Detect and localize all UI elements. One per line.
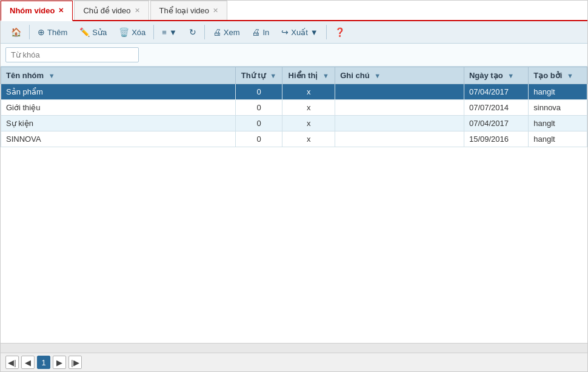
edit-icon: ✏️ xyxy=(79,27,90,37)
col-header-note: Ghi chú ▼ xyxy=(335,67,464,84)
edit-button[interactable]: ✏️ Sửa xyxy=(74,24,112,40)
data-table: Tên nhóm ▼ Thứ tự ▼ Hiển thị ▼ Ghi chú ▼ xyxy=(1,67,587,147)
cell-name: Sản phẩm xyxy=(1,84,236,100)
export-dropdown-icon: ▼ xyxy=(310,28,318,37)
print-button[interactable]: 🖨 In xyxy=(246,24,275,40)
cell-date: 15/09/2016 xyxy=(464,131,528,147)
toolbar-separator-4 xyxy=(326,25,327,39)
cell-date: 07/07/2014 xyxy=(464,100,528,116)
cell-note xyxy=(335,131,464,147)
add-icon: ⊕ xyxy=(38,27,45,37)
filter-order-icon[interactable]: ▼ xyxy=(270,72,276,79)
menu-button[interactable]: ≡ ▼ xyxy=(156,25,182,40)
help-icon: ❓ xyxy=(335,27,345,37)
help-button[interactable]: ❓ xyxy=(329,24,350,40)
cell-date: 07/04/2017 xyxy=(464,116,528,131)
tab-chu-de-video[interactable]: Chủ đề video ✕ xyxy=(74,1,149,20)
export-icon: ↪ xyxy=(281,27,289,37)
tab-nhom-video-close[interactable]: ✕ xyxy=(58,7,64,15)
cell-name: SINNOVA xyxy=(1,131,236,147)
page-first-icon: ◀| xyxy=(8,358,16,367)
cell-order: 0 xyxy=(235,131,282,147)
edit-label: Sửa xyxy=(92,28,107,37)
col-header-creator: Tạo bởi ▼ xyxy=(529,67,587,84)
cell-date: 07/04/2017 xyxy=(464,84,528,100)
refresh-button[interactable]: ↻ xyxy=(184,24,202,40)
filter-date-icon[interactable]: ▼ xyxy=(507,72,514,79)
toolbar-separator-1 xyxy=(29,25,30,39)
tab-chu-de-video-label: Chủ đề video xyxy=(83,6,130,15)
menu-dropdown-icon: ▼ xyxy=(169,28,177,37)
filter-creator-icon[interactable]: ▼ xyxy=(567,72,573,79)
page-prev-button[interactable]: ◀ xyxy=(21,356,35,369)
export-button[interactable]: ↪ Xuất ▼ xyxy=(276,24,323,40)
page-last-button[interactable]: |▶ xyxy=(68,356,82,369)
col-header-date: Ngày tạo ▼ xyxy=(464,67,528,84)
delete-label: Xóa xyxy=(132,28,145,37)
filter-display-icon[interactable]: ▼ xyxy=(322,72,329,79)
export-label: Xuất xyxy=(291,28,308,37)
delete-icon: 🗑️ xyxy=(119,27,129,37)
table-header-row: Tên nhóm ▼ Thứ tự ▼ Hiển thị ▼ Ghi chú ▼ xyxy=(1,67,587,84)
menu-icon: ≡ xyxy=(162,28,167,37)
tab-chu-de-video-close[interactable]: ✕ xyxy=(135,7,140,15)
tab-nhom-video[interactable]: Nhóm video ✕ xyxy=(1,1,73,21)
cell-note xyxy=(335,100,464,116)
refresh-icon: ↻ xyxy=(189,27,196,37)
cell-display: x xyxy=(282,100,335,116)
tab-bar: Nhóm video ✕ Chủ đề video ✕ Thể loại vid… xyxy=(1,1,587,21)
cell-creator: hanglt xyxy=(529,116,587,131)
cell-order: 0 xyxy=(235,84,282,100)
pagination: ◀| ◀ 1 ▶ |▶ xyxy=(1,353,587,371)
table-row[interactable]: Giới thiệu 0 x 07/07/2014 sinnova xyxy=(1,100,587,116)
page-current-button[interactable]: 1 xyxy=(37,356,50,369)
cell-display: x xyxy=(282,116,335,131)
cell-order: 0 xyxy=(235,116,282,131)
view-icon: 🖨 xyxy=(213,27,221,37)
table-row[interactable]: Sản phẩm 0 x 07/04/2017 hanglt xyxy=(1,84,587,100)
filter-name-icon[interactable]: ▼ xyxy=(48,72,55,79)
view-button[interactable]: 🖨 Xem xyxy=(207,24,246,40)
tab-the-loai-video[interactable]: Thể loại video ✕ xyxy=(150,1,227,20)
cell-name: Sự kiện xyxy=(1,116,236,131)
cell-name: Giới thiệu xyxy=(1,100,236,116)
page-last-icon: |▶ xyxy=(71,358,79,367)
data-table-wrapper: Tên nhóm ▼ Thứ tự ▼ Hiển thị ▼ Ghi chú ▼ xyxy=(1,67,587,343)
filter-note-icon[interactable]: ▼ xyxy=(374,72,381,79)
print-icon: 🖨 xyxy=(252,27,260,37)
page-next-button[interactable]: ▶ xyxy=(53,356,66,369)
page-next-icon: ▶ xyxy=(56,358,62,367)
page-current-label: 1 xyxy=(41,358,45,367)
tab-the-loai-video-label: Thể loại video xyxy=(159,6,209,15)
search-bar xyxy=(1,44,587,67)
tab-nhom-video-label: Nhóm video xyxy=(10,6,55,15)
cell-order: 0 xyxy=(235,100,282,116)
view-label: Xem xyxy=(224,28,240,37)
add-button[interactable]: ⊕ Thêm xyxy=(32,24,73,40)
col-header-display: Hiển thị ▼ xyxy=(282,67,335,84)
tab-the-loai-video-close[interactable]: ✕ xyxy=(213,7,218,15)
cell-creator: hanglt xyxy=(529,131,587,147)
home-button[interactable]: 🏠 xyxy=(5,24,27,40)
col-header-order: Thứ tự ▼ xyxy=(235,67,282,84)
cell-note xyxy=(335,84,464,100)
page-first-button[interactable]: ◀| xyxy=(5,356,19,369)
cell-display: x xyxy=(282,84,335,100)
page-prev-icon: ◀ xyxy=(25,358,31,367)
toolbar: 🏠 ⊕ Thêm ✏️ Sửa 🗑️ Xóa ≡ ▼ ↻ 🖨 Xem 🖨 xyxy=(1,21,587,44)
toolbar-separator-2 xyxy=(153,25,154,39)
cell-display: x xyxy=(282,131,335,147)
print-label: In xyxy=(262,28,269,37)
table-row[interactable]: SINNOVA 0 x 15/09/2016 hanglt xyxy=(1,131,587,147)
search-input[interactable] xyxy=(5,47,139,62)
horizontal-scrollbar[interactable] xyxy=(1,343,587,353)
table-body: Sản phẩm 0 x 07/04/2017 hanglt Giới thiệ… xyxy=(1,84,587,147)
add-label: Thêm xyxy=(47,28,67,37)
cell-creator: hanglt xyxy=(529,84,587,100)
home-icon: 🏠 xyxy=(11,27,21,37)
toolbar-separator-3 xyxy=(204,25,205,39)
delete-button[interactable]: 🗑️ Xóa xyxy=(113,24,151,40)
table-row[interactable]: Sự kiện 0 x 07/04/2017 hanglt xyxy=(1,116,587,131)
col-header-name: Tên nhóm ▼ xyxy=(1,67,236,84)
cell-creator: sinnova xyxy=(529,100,587,116)
